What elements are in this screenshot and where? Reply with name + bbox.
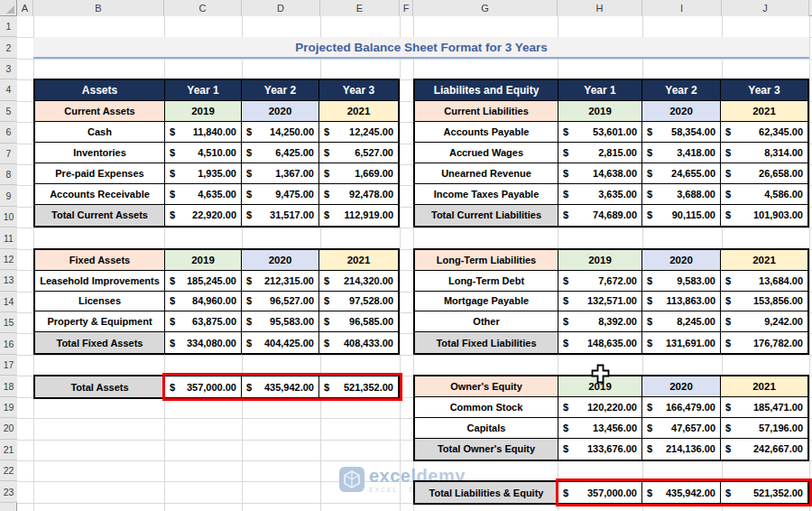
cell-value-liabilities-longterm-r2-c0[interactable]: $132,571.00 [558, 292, 642, 312]
column-header-h[interactable]: H [558, 0, 642, 16]
row-header-13[interactable]: 13 [0, 270, 17, 291]
cell-value-assets-current-r0-c2[interactable]: Year 3 [319, 80, 398, 101]
cell-value-assets-fixed-r3-c0[interactable]: $63,875.00 [165, 311, 242, 332]
cell-value-liabilities-current-r3-c0[interactable]: $2,815.00 [558, 143, 642, 163]
cell-value-owners-equity-r0-c2[interactable]: 2021 [721, 376, 807, 397]
row-header-7[interactable]: 7 [0, 144, 17, 164]
cell-label-assets-current-r0[interactable]: Assets [35, 80, 165, 101]
cell-value-assets-current-r4-c0[interactable]: $1,935.00 [165, 163, 242, 184]
cell-label-assets-current-r3[interactable]: Inventories [35, 143, 165, 163]
column-header-a[interactable]: A [17, 0, 33, 16]
cell-value-assets-fixed-r1-c0[interactable]: $185,245.00 [165, 271, 242, 292]
cell-value-assets-current-r6-c1[interactable]: $31,517.00 [242, 205, 319, 226]
cell-label-liabilities-longterm-r1[interactable]: Long-Term Debt [415, 271, 558, 292]
cell-value-liabilities-longterm-r2-c1[interactable]: $113,863.00 [642, 292, 721, 312]
cell-value-assets-current-r2-c1[interactable]: $14,250.00 [242, 122, 319, 143]
cell-value-assets-current-r1-c0[interactable]: 2019 [165, 101, 242, 122]
row-header-4[interactable]: 4 [0, 79, 17, 100]
cell-value-liabilities-current-r1-c0[interactable]: 2019 [558, 101, 642, 122]
cell-label-owners-equity-r0[interactable]: Owner's Equity [415, 376, 558, 397]
row-header-23[interactable]: 23 [0, 481, 17, 502]
cell-value-liabilities-current-r4-c1[interactable]: $24,655.00 [642, 163, 721, 184]
cell-value-liabilities-longterm-r4-c1[interactable]: $131,691.00 [642, 332, 721, 353]
cell-value-total-assets-r0-c2[interactable]: $521,352.00 [319, 376, 398, 397]
cell-value-assets-fixed-r1-c2[interactable]: $214,320.00 [319, 271, 398, 292]
cell-value-liabilities-current-r3-c1[interactable]: $3,418.00 [642, 143, 721, 163]
cell-value-assets-current-r1-c1[interactable]: 2020 [242, 101, 319, 122]
cell-value-liabilities-current-r0-c2[interactable]: Year 3 [721, 80, 807, 101]
cell-label-total-assets-r0[interactable]: Total Assets [35, 376, 165, 397]
cell-value-owners-equity-r1-c2[interactable]: $185,471.00 [721, 397, 807, 418]
column-header-g[interactable]: G [413, 0, 558, 16]
cell-value-owners-equity-r1-c1[interactable]: $166,479.00 [642, 397, 721, 418]
column-header-c[interactable]: C [164, 0, 242, 16]
row-header-19[interactable]: 19 [0, 397, 17, 418]
cell-value-liabilities-current-r1-c1[interactable]: 2020 [642, 101, 721, 122]
cell-label-assets-current-r4[interactable]: Pre-paid Expenses [35, 163, 165, 184]
cell-label-liabilities-current-r0[interactable]: Liabilites and Equity [415, 80, 558, 101]
cell-value-liabilities-current-r2-c0[interactable]: $53,601.00 [558, 122, 642, 143]
cell-label-liabilities-longterm-r0[interactable]: Long-Term Liabilities [415, 250, 558, 271]
cell-value-liabilities-longterm-r1-c1[interactable]: $9,583.00 [642, 271, 721, 292]
cell-label-owners-equity-r2[interactable]: Capitals [415, 418, 558, 439]
row-header-11[interactable]: 11 [0, 228, 17, 248]
column-header-f[interactable]: F [400, 0, 413, 16]
cell-value-liabilities-longterm-r4-c2[interactable]: $176,782.00 [721, 332, 807, 353]
cell-value-total-assets-r0-c0[interactable]: $357,000.00 [165, 376, 242, 397]
cell-value-owners-equity-r2-c2[interactable]: $57,196.00 [721, 418, 807, 439]
cell-label-liabilities-longterm-r3[interactable]: Other [415, 311, 558, 332]
cell-value-liabilities-current-r6-c2[interactable]: $101,903.00 [721, 205, 807, 226]
cell-value-liabilities-longterm-r3-c1[interactable]: $8,245.00 [642, 311, 721, 332]
row-header-8[interactable]: 8 [0, 164, 17, 185]
cell-label-liabilities-longterm-r4[interactable]: Total Fixed Liabilities [415, 332, 558, 353]
column-header-j[interactable]: J [722, 0, 809, 16]
cell-value-assets-fixed-r2-c1[interactable]: $96,527.00 [242, 292, 319, 312]
cell-value-assets-current-r3-c1[interactable]: $6,425.00 [242, 143, 319, 163]
cell-value-assets-current-r2-c2[interactable]: $12,245.00 [319, 122, 398, 143]
cell-label-assets-fixed-r0[interactable]: Fixed Assets [35, 250, 165, 271]
cell-value-liabilities-current-r0-c0[interactable]: Year 1 [558, 80, 642, 101]
report-title-cell[interactable]: Projected Balance Sheet Format for 3 Yea… [33, 37, 809, 59]
cell-value-assets-current-r5-c2[interactable]: $92,478.00 [319, 184, 398, 205]
cell-value-liabilities-longterm-r0-c0[interactable]: 2019 [558, 250, 642, 271]
cell-label-liabilities-current-r6[interactable]: Total Current Liabilities [415, 205, 558, 226]
cell-label-owners-equity-r3[interactable]: Total Owner's Equity [415, 439, 558, 460]
cell-value-assets-fixed-r1-c1[interactable]: $212,315.00 [242, 271, 319, 292]
cell-label-liabilities-current-r5[interactable]: Income Taxes Payable [415, 184, 558, 205]
cell-label-assets-current-r2[interactable]: Cash [35, 122, 165, 143]
cell-value-total-liabilities-equity-r0-c2[interactable]: $521,352.00 [721, 482, 807, 503]
cell-value-liabilities-current-r5-c1[interactable]: $3,688.00 [642, 184, 721, 205]
cell-value-liabilities-longterm-r0-c2[interactable]: 2021 [721, 250, 807, 271]
row-header-18[interactable]: 18 [0, 376, 17, 396]
cell-label-assets-current-r6[interactable]: Total Current Assets [35, 205, 165, 226]
row-header-3[interactable]: 3 [0, 59, 17, 79]
cell-value-liabilities-current-r0-c1[interactable]: Year 2 [642, 80, 721, 101]
row-header-1[interactable]: 1 [0, 16, 17, 37]
cell-value-liabilities-current-r4-c2[interactable]: $26,658.00 [721, 163, 807, 184]
select-all-button[interactable] [0, 0, 17, 16]
row-header-17[interactable]: 17 [0, 355, 17, 376]
cell-value-assets-current-r6-c2[interactable]: $112,919.00 [319, 205, 398, 226]
cell-value-liabilities-longterm-r3-c2[interactable]: $9,242.00 [721, 311, 807, 332]
cell-value-assets-fixed-r2-c0[interactable]: $84,960.00 [165, 292, 242, 312]
cell-value-assets-current-r6-c0[interactable]: $22,920.00 [165, 205, 242, 226]
cell-value-assets-current-r0-c1[interactable]: Year 2 [242, 80, 319, 101]
row-header-20[interactable]: 20 [0, 418, 17, 439]
row-header-9[interactable]: 9 [0, 185, 17, 206]
cell-value-assets-fixed-r0-c0[interactable]: 2019 [165, 250, 242, 271]
cell-value-assets-fixed-r4-c2[interactable]: $408,433.00 [319, 332, 398, 353]
row-header-21[interactable]: 21 [0, 440, 17, 460]
cell-value-assets-fixed-r2-c2[interactable]: $97,528.00 [319, 292, 398, 312]
row-header-14[interactable]: 14 [0, 292, 17, 312]
cell-value-owners-equity-r1-c0[interactable]: $120,220.00 [558, 397, 642, 418]
cell-value-liabilities-current-r6-c0[interactable]: $74,689.00 [558, 205, 642, 226]
row-header-2[interactable]: 2 [0, 37, 17, 58]
column-header-d[interactable]: D [242, 0, 320, 16]
cell-value-total-liabilities-equity-r0-c0[interactable]: $357,000.00 [558, 482, 642, 503]
cell-value-owners-equity-r2-c0[interactable]: $13,456.00 [558, 418, 642, 439]
cell-value-owners-equity-r3-c2[interactable]: $242,667.00 [721, 439, 807, 460]
cell-value-owners-equity-r3-c1[interactable]: $214,136.00 [642, 439, 721, 460]
cell-label-liabilities-current-r3[interactable]: Accrued Wages [415, 143, 558, 163]
cell-value-liabilities-longterm-r1-c2[interactable]: $13,684.00 [721, 271, 807, 292]
cell-value-assets-fixed-r4-c1[interactable]: $404,425.00 [242, 332, 319, 353]
